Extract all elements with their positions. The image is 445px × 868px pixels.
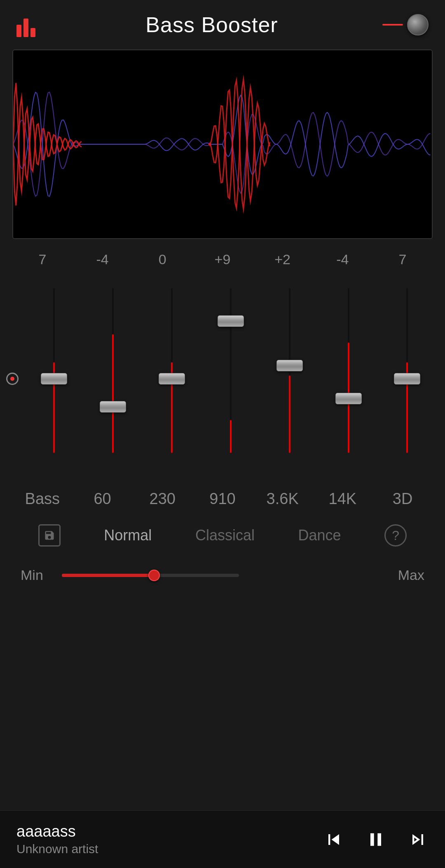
- preset-dance[interactable]: Dance: [298, 527, 341, 544]
- eq-label-4: 3.6K: [258, 490, 307, 508]
- preset-normal[interactable]: Normal: [104, 527, 152, 544]
- power-knob[interactable]: [407, 14, 429, 35]
- slider-col-4: [287, 288, 293, 478]
- dot-indicator: [6, 373, 19, 385]
- power-line: [382, 24, 403, 26]
- waveform-canvas: [13, 50, 432, 238]
- track-info: aaaaass Unknown artist: [16, 823, 323, 856]
- slider-col-5: [346, 288, 351, 478]
- prev-button[interactable]: [323, 829, 344, 850]
- eq-value-1: -4: [78, 251, 127, 267]
- next-button[interactable]: [407, 829, 429, 850]
- preset-classical[interactable]: Classical: [195, 527, 255, 544]
- slider-col-6: [404, 288, 410, 478]
- slider-thumb-2[interactable]: [159, 373, 185, 385]
- eq-value-3: +9: [198, 251, 247, 267]
- eq-values-row: 7-40+9+2-47: [0, 247, 445, 272]
- slider-col-0: [51, 288, 57, 478]
- pause-button[interactable]: [365, 829, 386, 850]
- now-playing-bar: aaaaass Unknown artist: [0, 810, 445, 868]
- slider-thumb-3[interactable]: [218, 315, 244, 327]
- bass-boost-row: Min Max: [0, 559, 445, 591]
- power-control[interactable]: [382, 14, 429, 35]
- boost-slider-track[interactable]: [62, 574, 239, 577]
- slider-col-3: [228, 288, 234, 478]
- help-icon-label: ?: [392, 528, 399, 543]
- app-title: Bass Booster: [145, 12, 278, 37]
- eq-value-0: 7: [18, 251, 67, 267]
- help-button[interactable]: ?: [384, 524, 407, 547]
- eq-label-6: 3D: [378, 490, 427, 508]
- boost-max-label: Max: [247, 567, 424, 583]
- player-controls: [323, 829, 429, 850]
- eq-value-5: -4: [318, 251, 367, 267]
- slider-col-1: [110, 288, 116, 478]
- eq-sliders-area: [0, 272, 445, 486]
- preset-row: Normal Classical Dance ?: [0, 512, 445, 559]
- boost-min-label: Min: [21, 567, 54, 583]
- eq-value-6: 7: [378, 251, 427, 267]
- save-preset-button[interactable]: [38, 524, 61, 547]
- slider-thumb-4[interactable]: [276, 360, 303, 371]
- equalizer-icon: [16, 12, 41, 37]
- eq-label-0: Bass: [18, 490, 67, 508]
- eq-labels-row: Bass602309103.6K14K3D: [0, 486, 445, 512]
- slider-col-2: [169, 288, 175, 478]
- eq-label-5: 14K: [318, 490, 367, 508]
- boost-thumb[interactable]: [148, 570, 160, 581]
- eq-label-2: 230: [138, 490, 187, 508]
- slider-thumb-1[interactable]: [100, 401, 126, 413]
- eq-value-2: 0: [138, 251, 187, 267]
- track-artist: Unknown artist: [16, 842, 323, 856]
- eq-value-4: +2: [258, 251, 307, 267]
- eq-label-3: 910: [198, 490, 247, 508]
- slider-thumb-5[interactable]: [335, 393, 362, 404]
- slider-thumb-0[interactable]: [41, 373, 67, 385]
- dot-inner: [10, 377, 14, 381]
- waveform-display: [12, 49, 433, 239]
- boost-fill: [62, 574, 154, 577]
- eq-label-1: 60: [78, 490, 127, 508]
- app-header: Bass Booster: [0, 0, 445, 45]
- slider-thumb-6[interactable]: [394, 373, 420, 385]
- track-title: aaaaass: [16, 823, 323, 840]
